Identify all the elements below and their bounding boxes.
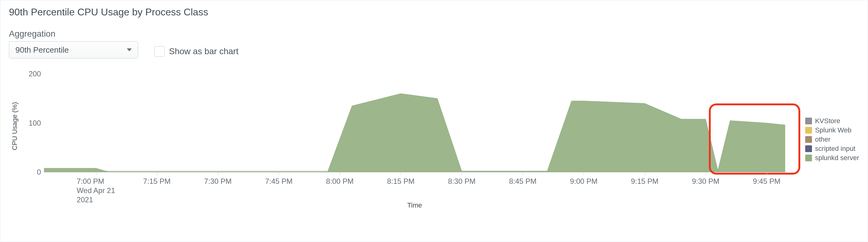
bar-chart-label: Show as bar chart	[169, 47, 239, 56]
x-tick-label: 7:30 PM	[204, 177, 231, 186]
controls-row: Aggregation 90th Percentile Show as bar …	[9, 29, 859, 59]
checkbox-icon[interactable]	[154, 46, 165, 57]
plot-wrapper: 0100200 7:00 PMWed Apr 2120217:15 PM7:30…	[21, 74, 859, 209]
legend-item[interactable]: splunkd server	[805, 154, 859, 162]
x-tick-label: 8:15 PM	[387, 177, 414, 186]
legend-swatch	[805, 118, 812, 124]
y-tick-label: 100	[29, 119, 41, 127]
legend-swatch	[805, 136, 812, 143]
x-tick-label: 8:00 PM	[326, 177, 353, 186]
chevron-down-icon	[127, 48, 132, 52]
panel-title: 90th Percentile CPU Usage by Process Cla…	[9, 6, 859, 18]
x-tick-label: 7:15 PM	[143, 177, 170, 186]
legend: KVStoreSplunk Webotherscripted inputsplu…	[805, 117, 859, 162]
bar-chart-toggle[interactable]: Show as bar chart	[154, 46, 239, 57]
x-tick-label: 8:45 PM	[509, 177, 536, 186]
x-tick-label: 9:00 PM	[570, 177, 597, 186]
y-axis-label: CPU Usage (%)	[9, 77, 21, 176]
x-tick-label: 9:30 PM	[692, 177, 719, 186]
y-tick-label: 200	[29, 69, 41, 78]
x-tick-label: 7:00 PMWed Apr 212021	[76, 177, 115, 205]
legend-item[interactable]: scripted input	[805, 145, 859, 153]
aggregation-group: Aggregation 90th Percentile	[9, 29, 138, 59]
aggregation-dropdown[interactable]: 90th Percentile	[9, 41, 138, 59]
legend-item[interactable]: other	[805, 135, 859, 144]
chart: CPU Usage (%) 0100200 7:00 PMWed Apr 212…	[9, 74, 859, 209]
x-tick-label: 9:45 PM	[753, 177, 780, 186]
x-tick-label: 8:30 PM	[448, 177, 475, 186]
legend-label: scripted input	[815, 145, 856, 153]
area-series	[44, 74, 785, 172]
legend-label: Splunk Web	[815, 126, 851, 134]
aggregation-value: 90th Percentile	[16, 45, 69, 55]
legend-item[interactable]: Splunk Web	[805, 126, 859, 134]
legend-label: splunkd server	[815, 154, 859, 162]
x-axis-ticks: 7:00 PMWed Apr 2120217:15 PM7:30 PM7:45 …	[44, 173, 785, 200]
plot-area[interactable]: 0100200	[44, 74, 785, 173]
legend-swatch	[805, 127, 812, 133]
x-tick-label: 7:45 PM	[265, 177, 292, 186]
legend-label: KVStore	[815, 117, 840, 125]
x-tick-label: 9:15 PM	[631, 177, 658, 186]
x-axis-label: Time	[44, 201, 785, 209]
y-tick-label: 0	[37, 168, 41, 176]
aggregation-label: Aggregation	[9, 29, 138, 39]
legend-swatch	[805, 145, 812, 152]
legend-swatch	[805, 155, 812, 161]
legend-label: other	[815, 135, 831, 144]
legend-item[interactable]: KVStore	[805, 117, 859, 125]
